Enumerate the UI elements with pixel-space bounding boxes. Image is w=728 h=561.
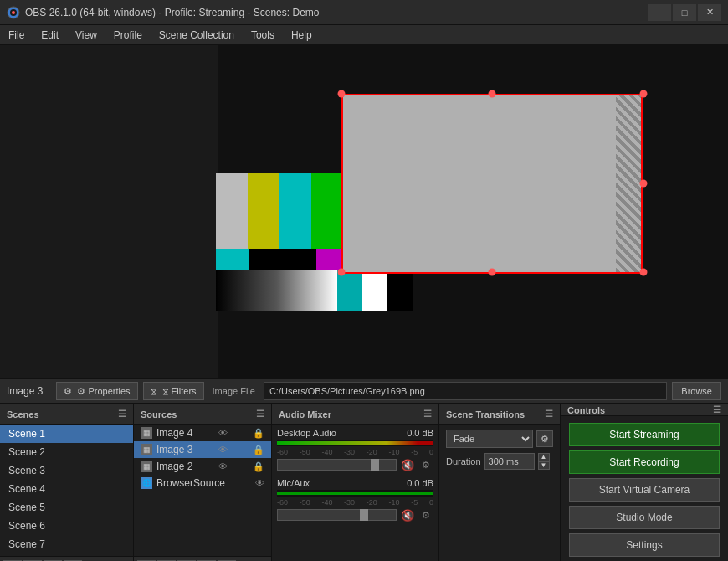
svg-rect-7 — [311, 173, 343, 249]
source-item-browser[interactable]: 🌐 BrowserSource 👁 — [134, 475, 271, 492]
start-streaming-button[interactable]: Start Streaming — [569, 423, 720, 446]
svg-rect-5 — [248, 173, 279, 249]
menu-help[interactable]: Help — [283, 25, 320, 44]
start-recording-button[interactable]: Start Recording — [569, 450, 720, 474]
svg-rect-20 — [337, 270, 362, 311]
desktop-audio-channel: Desktop Audio 0.0 dB -60-50-40-30-20-10-… — [277, 428, 433, 471]
source-item[interactable]: ▦ Image 2 👁 🔒 — [134, 458, 271, 475]
menubar: File Edit View Profile Scene Collection … — [0, 25, 728, 45]
mic-aux-channel: Mic/Aux 0.0 dB -60-50-40-30-20-10-50 🔇 ⚙ — [277, 478, 433, 522]
sources-panel-header: Sources ☰ — [134, 404, 271, 425]
desktop-audio-fader[interactable] — [277, 459, 397, 471]
filters-button[interactable]: ⧖ ⧖ Filters — [143, 382, 204, 400]
resize-handle-bc[interactable] — [489, 269, 496, 276]
mic-aux-fader[interactable] — [277, 509, 397, 521]
eye-icon[interactable]: 👁 — [218, 445, 228, 455]
scenes-toolbar: + − ∧ ∨ — [0, 556, 133, 561]
duration-input[interactable] — [484, 453, 535, 470]
scene-transitions-panel: Scene Transitions ☰ Fade Cut Swipe Slide… — [439, 404, 561, 561]
resize-handle-tr[interactable] — [640, 90, 648, 98]
selected-source-box[interactable] — [341, 94, 643, 274]
resize-handle-br[interactable] — [640, 269, 648, 276]
transitions-panel-header: Scene Transitions ☰ — [439, 404, 560, 425]
image-source-icon: ▦ — [141, 461, 152, 472]
scene-item[interactable]: Scene 6 — [0, 517, 133, 535]
image-source-icon: ▦ — [141, 444, 152, 455]
settings-button[interactable]: Settings — [569, 533, 720, 557]
desktop-audio-mute[interactable]: 🔇 — [400, 458, 415, 471]
menu-tools[interactable]: Tools — [243, 25, 283, 44]
menu-scene-collection[interactable]: Scene Collection — [151, 25, 243, 44]
scene-item[interactable]: Scene 2 — [0, 443, 133, 461]
image-file-label: Image File — [213, 386, 255, 396]
properties-bar: Image 3 ⚙ ⚙ Properties ⧖ ⧖ Filters Image… — [0, 378, 728, 404]
scene-item[interactable]: Scene 5 — [0, 498, 133, 517]
browser-source-icon: 🌐 — [141, 477, 152, 489]
resize-handle-bl[interactable] — [338, 269, 346, 276]
transition-type-select[interactable]: Fade Cut Swipe Slide — [446, 430, 533, 448]
lock-icon[interactable]: 🔒 — [253, 461, 264, 472]
menu-view[interactable]: View — [67, 25, 105, 44]
menu-profile[interactable]: Profile — [105, 25, 151, 44]
controls-menu-icon[interactable]: ☰ — [713, 404, 721, 415]
selected-source-name: Image 3 — [7, 385, 43, 397]
eye-icon[interactable]: 👁 — [218, 428, 228, 438]
mic-aux-meter — [277, 490, 433, 497]
desktop-audio-meter — [277, 440, 433, 446]
controls-content: Start Streaming Start Recording Start Vi… — [561, 416, 728, 561]
resize-handle-tl[interactable] — [338, 90, 346, 98]
filter-icon: ⧖ — [151, 386, 157, 397]
controls-panel: Controls ☰ Start Streaming Start Recordi… — [561, 404, 728, 561]
image-source-icon: ▦ — [141, 427, 152, 439]
audio-mixer-panel: Audio Mixer ☰ Desktop Audio 0.0 dB -60-5… — [272, 404, 439, 561]
minimize-button[interactable]: ─ — [648, 4, 671, 21]
sources-menu-icon[interactable]: ☰ — [256, 409, 264, 419]
desktop-audio-settings[interactable]: ⚙ — [418, 458, 433, 471]
properties-button[interactable]: ⚙ ⚙ Properties — [56, 382, 137, 400]
browse-button[interactable]: Browse — [672, 382, 721, 400]
eye-icon[interactable]: 👁 — [218, 461, 228, 471]
transitions-menu-icon[interactable]: ☰ — [545, 409, 553, 419]
source-item-active[interactable]: ▦ Image 3 👁 🔒 — [134, 441, 271, 458]
svg-rect-6 — [279, 173, 311, 249]
scene-item[interactable]: Scene 4 — [0, 480, 133, 498]
scene-item[interactable]: Scene 1 — [0, 425, 133, 443]
scene-item[interactable]: Scene 7 — [0, 535, 133, 553]
audio-menu-icon[interactable]: ☰ — [423, 409, 432, 419]
eye-icon[interactable]: 👁 — [255, 478, 264, 488]
svg-rect-22 — [387, 270, 413, 311]
titlebar: OBS 26.1.0 (64-bit, windows) - Profile: … — [0, 0, 728, 25]
resize-handle-tc[interactable] — [489, 90, 496, 98]
lock-icon[interactable]: 🔒 — [253, 445, 264, 455]
scenes-menu-icon[interactable]: ☰ — [118, 409, 126, 419]
maximize-button[interactable]: □ — [673, 4, 696, 21]
preview-dark-left — [0, 45, 218, 378]
panels-row: Scenes ☰ Scene 1 Scene 2 Scene 3 Scene 4… — [0, 404, 728, 561]
close-button[interactable]: ✕ — [698, 4, 721, 21]
lock-icon[interactable]: 🔒 — [253, 428, 264, 439]
scene-item[interactable]: Scene 3 — [0, 461, 133, 480]
svg-rect-4 — [216, 173, 248, 249]
preview-area — [0, 45, 728, 378]
resize-handle-mr[interactable] — [640, 180, 648, 188]
filepath-input[interactable] — [264, 382, 667, 400]
duration-down-button[interactable]: ▼ — [538, 461, 550, 470]
audio-content: Desktop Audio 0.0 dB -60-50-40-30-20-10-… — [272, 425, 438, 561]
duration-label: Duration — [446, 456, 481, 466]
gear-icon: ⚙ — [64, 386, 72, 397]
menu-edit[interactable]: Edit — [33, 25, 67, 44]
desktop-audio-label: Desktop Audio — [277, 428, 336, 438]
transition-settings-button[interactable]: ⚙ — [536, 430, 553, 447]
obs-icon — [7, 6, 20, 19]
scenes-panel: Scenes ☰ Scene 1 Scene 2 Scene 3 Scene 4… — [0, 404, 134, 561]
studio-mode-button[interactable]: Studio Mode — [569, 506, 720, 529]
svg-rect-13 — [249, 249, 316, 270]
duration-up-button[interactable]: ▲ — [538, 453, 550, 461]
start-virtual-camera-button[interactable]: Start Virtual Camera — [569, 478, 720, 502]
menu-file[interactable]: File — [0, 25, 33, 44]
mic-aux-settings[interactable]: ⚙ — [418, 508, 433, 522]
sources-panel: Sources ☰ ▦ Image 4 👁 🔒 ▦ Image 3 👁 🔒 ▦ … — [134, 404, 272, 561]
audio-mixer-header: Audio Mixer ☰ — [272, 404, 438, 425]
mic-aux-mute[interactable]: 🔇 — [400, 508, 415, 522]
source-item[interactable]: ▦ Image 4 👁 🔒 — [134, 425, 271, 441]
